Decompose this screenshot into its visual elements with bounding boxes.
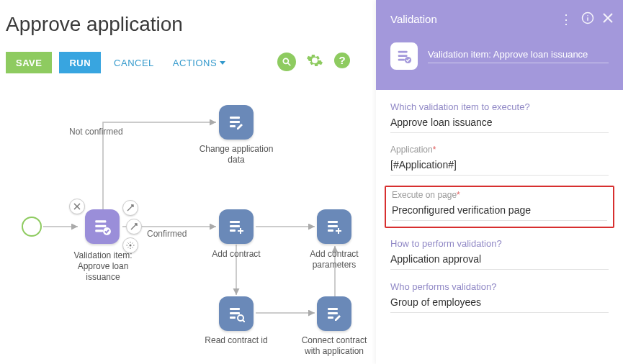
actions-label: ACTIONS — [173, 58, 217, 68]
field-how-perform[interactable]: How to perform validation? Application a… — [390, 238, 609, 270]
svg-point-0 — [283, 58, 288, 63]
field-value[interactable]: Approve loan issuance — [390, 114, 609, 133]
node-read-contract[interactable] — [219, 296, 254, 331]
svg-line-30 — [243, 320, 245, 322]
connector-handle[interactable] — [122, 200, 138, 216]
edge-label-not-confirmed: Not confirmed — [69, 127, 123, 137]
svg-rect-11 — [95, 225, 106, 227]
svg-rect-17 — [230, 117, 240, 119]
svg-rect-27 — [230, 312, 240, 314]
svg-rect-41 — [398, 59, 405, 61]
field-value[interactable]: Application approval — [390, 250, 609, 270]
node-add-params[interactable] — [317, 209, 351, 244]
svg-rect-26 — [230, 308, 240, 310]
svg-point-36 — [587, 15, 588, 17]
svg-rect-40 — [398, 55, 408, 57]
process-canvas[interactable]: Validation item: Approve loan issuance N… — [0, 86, 376, 364]
node-add-contract[interactable] — [219, 209, 254, 244]
svg-rect-28 — [230, 317, 236, 319]
node-connect-contract[interactable] — [317, 296, 351, 331]
node-read-contract-label: Read contract id — [197, 335, 276, 346]
cancel-button[interactable]: CANCEL — [108, 52, 160, 73]
svg-rect-18 — [230, 121, 240, 123]
help-icon[interactable]: ? — [333, 52, 351, 71]
svg-rect-20 — [230, 221, 240, 223]
panel-header: Validation ⋮ Validation item: Approve lo… — [376, 0, 623, 90]
node-validation-label: Validation item: Approve loan issuance — [63, 250, 143, 283]
panel-body: Which validation item to execute? Approv… — [376, 90, 623, 364]
panel-element-icon — [390, 42, 418, 70]
svg-rect-10 — [95, 220, 106, 222]
panel-subtitle[interactable]: Validation item: Approve loan issuance — [428, 49, 609, 60]
svg-text:?: ? — [339, 54, 345, 66]
edge-label-confirmed: Confirmed — [147, 229, 187, 239]
field-label: Execute on page* — [392, 190, 607, 200]
caret-down-icon — [220, 61, 225, 65]
svg-line-1 — [288, 63, 291, 65]
svg-rect-12 — [95, 229, 103, 232]
actions-dropdown[interactable]: ACTIONS — [167, 52, 231, 73]
svg-rect-24 — [328, 225, 338, 227]
field-label: Application* — [390, 145, 609, 155]
svg-rect-22 — [230, 229, 236, 232]
field-value[interactable]: [#Application#] — [390, 156, 609, 176]
info-icon[interactable] — [581, 12, 594, 27]
node-change-app-label: Change application data — [197, 144, 276, 165]
delete-handle[interactable] — [69, 199, 85, 214]
properties-panel: Validation ⋮ Validation item: Approve lo… — [376, 0, 623, 364]
field-who-performs[interactable]: Who performs validation? Group of employ… — [390, 281, 609, 313]
svg-rect-21 — [230, 225, 240, 227]
svg-point-16 — [130, 245, 132, 247]
node-add-contract-label: Add contract — [197, 249, 276, 260]
connector-handle-2[interactable] — [126, 219, 142, 235]
field-value[interactable]: Preconfigured verification page — [392, 201, 607, 221]
node-validation[interactable] — [85, 209, 120, 244]
field-application[interactable]: Application* [#Application#] — [390, 145, 609, 176]
close-icon[interactable] — [603, 13, 613, 25]
field-execute-page-highlight: Execute on page* Preconfigured verificat… — [385, 186, 614, 228]
field-label: Which validation item to execute? — [390, 101, 609, 112]
field-label: How to perform validation? — [390, 238, 609, 249]
toolbar-icons: ? — [277, 52, 351, 71]
more-icon[interactable]: ⋮ — [560, 16, 573, 23]
field-execute-page[interactable]: Execute on page* Preconfigured verificat… — [392, 190, 607, 221]
field-which-item[interactable]: Which validation item to execute? Approv… — [390, 101, 609, 133]
gear-icon[interactable] — [306, 52, 323, 71]
node-connect-contract-label: Connect contract with application — [295, 335, 374, 357]
start-event[interactable] — [22, 217, 42, 237]
settings-handle[interactable] — [122, 237, 138, 253]
save-button[interactable]: SAVE — [6, 52, 52, 73]
field-value[interactable]: Group of employees — [390, 294, 609, 313]
svg-rect-32 — [328, 312, 338, 314]
svg-rect-25 — [328, 229, 333, 232]
search-icon[interactable] — [277, 53, 296, 71]
node-add-params-label: Add contract parameters — [295, 249, 374, 270]
svg-rect-31 — [328, 308, 338, 310]
svg-rect-39 — [398, 51, 408, 53]
field-label: Who performs validation? — [390, 281, 609, 292]
page-title: Approve application — [6, 13, 183, 36]
node-change-app[interactable] — [219, 105, 254, 140]
svg-rect-23 — [328, 221, 338, 223]
svg-rect-33 — [328, 317, 333, 319]
svg-point-29 — [238, 315, 243, 321]
run-button[interactable]: RUN — [59, 52, 101, 73]
svg-rect-19 — [230, 125, 236, 127]
toolbar: SAVE RUN CANCEL ACTIONS — [6, 52, 231, 73]
